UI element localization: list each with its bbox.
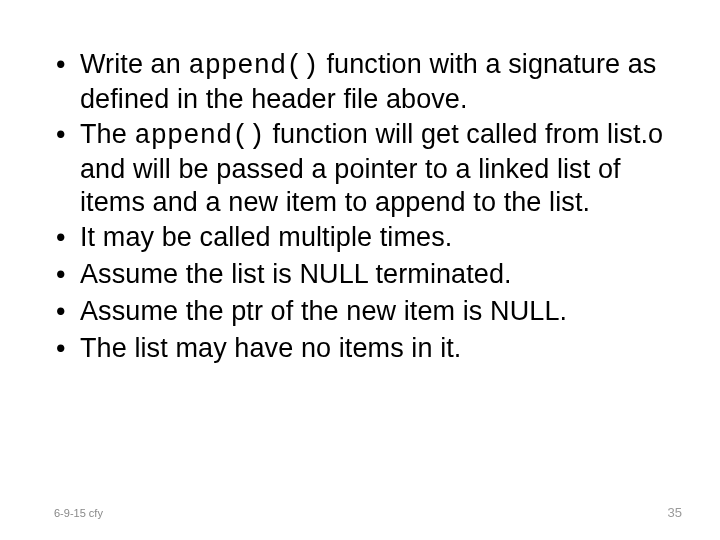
list-item: Write an append() function with a signat… <box>54 48 666 116</box>
slide: Write an append() function with a signat… <box>0 0 720 540</box>
slide-footer: 6-9-15 cfy 35 <box>0 505 720 520</box>
bullet-text-pre: The <box>80 119 134 149</box>
bullet-text-pre: Assume the list is NULL terminated. <box>80 259 512 289</box>
bullet-list: Write an append() function with a signat… <box>54 48 666 366</box>
bullet-text-pre: The list may have no items in it. <box>80 333 461 363</box>
list-item: It may be called multiple times. <box>54 221 666 256</box>
footer-left: 6-9-15 cfy <box>54 507 103 519</box>
bullet-text-pre: Assume the ptr of the new item is NULL. <box>80 296 567 326</box>
bullet-text-pre: It may be called multiple times. <box>80 222 452 252</box>
list-item: Assume the ptr of the new item is NULL. <box>54 295 666 330</box>
list-item: Assume the list is NULL terminated. <box>54 258 666 293</box>
list-item: The list may have no items in it. <box>54 332 666 367</box>
list-item: The append() function will get called fr… <box>54 118 666 219</box>
bullet-text-pre: Write an <box>80 49 188 79</box>
bullet-code: append() <box>188 51 318 81</box>
bullet-code: append() <box>134 121 264 151</box>
page-number: 35 <box>668 505 682 520</box>
